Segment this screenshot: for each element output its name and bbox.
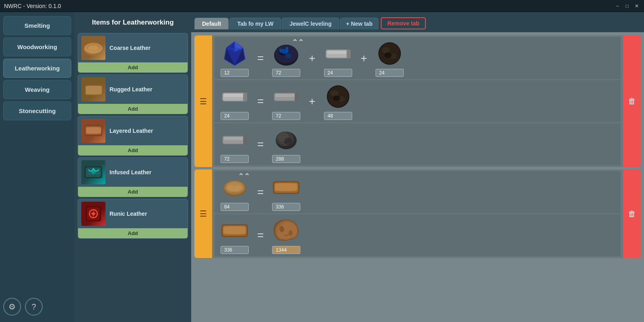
recipe-delete-2[interactable]: 🗑: [623, 169, 641, 258]
item-entry-rugged: Rugged Leather Add: [78, 74, 188, 114]
window-controls: − □ ✕: [614, 3, 640, 9]
app-container: Smelting Woodworking Leatherworking Weav…: [0, 12, 644, 322]
qty-rugged-input: 336: [272, 203, 300, 211]
add-layered-button[interactable]: Add: [78, 145, 188, 155]
recipe-line-1-1: 12 =: [215, 37, 621, 79]
item-entry-infused: Infused Leather Add: [78, 157, 188, 197]
add-runic-button[interactable]: Add: [78, 228, 188, 238]
qty-rock: 288: [272, 155, 300, 163]
qty-bar2-result: 72: [221, 155, 249, 163]
rugged-input-img: [270, 173, 302, 202]
equals-op-1: =: [256, 52, 265, 65]
add-rugged-button[interactable]: Add: [78, 104, 188, 114]
tab-remove[interactable]: Remove tab: [381, 17, 425, 29]
drag-icon-2: ☰: [200, 209, 207, 219]
ore-img: ⌃⌃: [270, 39, 302, 68]
items-panel: Items for Leatherworking Coarse Leather …: [74, 12, 191, 322]
up-arrow-icon: ⌃⌃: [292, 38, 304, 47]
recipe-input-rugged: 336: [270, 173, 302, 211]
item-entry-runic: Runic Leather Add: [78, 199, 188, 239]
recipe-input-ore: ⌃⌃ 72: [270, 39, 302, 77]
svg-point-36: [384, 52, 392, 58]
sidebar-item-smelting[interactable]: Smelting: [3, 16, 71, 35]
sidebar-item-weaving[interactable]: Weaving: [3, 80, 71, 99]
recipe-result-coarse: ⌃⌃ 84: [219, 173, 251, 211]
bar2-img: [270, 83, 302, 111]
tab-new[interactable]: + New tab: [340, 18, 379, 29]
equals-op-3: =: [256, 138, 265, 151]
bar2-result-img: [219, 126, 251, 154]
recipe-row-1: ☰: [194, 35, 641, 167]
svg-rect-40: [224, 94, 245, 97]
close-button[interactable]: ✕: [634, 3, 640, 9]
main-content: Default Tab fo my LW JewelC leveling + N…: [191, 12, 644, 322]
help-button[interactable]: ?: [25, 298, 43, 316]
qty-coarse: 84: [221, 203, 249, 211]
add-coarse-button[interactable]: Add: [78, 62, 188, 72]
recipe-input-hide: 1344: [270, 217, 302, 254]
sidebar-bottom: ⚙ ?: [3, 295, 71, 318]
item-name-layered: Layered Leather: [109, 128, 153, 134]
tab-my-lw[interactable]: Tab fo my LW: [229, 18, 281, 29]
trash-icon-1: 🗑: [628, 97, 636, 106]
recipe-handle-1[interactable]: ☰: [194, 35, 212, 167]
tab-default[interactable]: Default: [194, 18, 229, 29]
svg-rect-53: [224, 137, 245, 140]
qty-bar-result: 24: [221, 112, 249, 120]
item-entry-layered: Layered Leather Add: [78, 116, 188, 156]
sidebar-item-leatherworking[interactable]: Leatherworking: [3, 59, 71, 78]
recipe-content-2: ⌃⌃ 84 =: [212, 169, 623, 258]
qty-bar2: 72: [272, 112, 300, 120]
svg-rect-31: [347, 50, 351, 58]
recipes-area: ☰: [191, 32, 644, 322]
recipe-line-1-3: 72 =: [215, 123, 621, 165]
recipe-input-coal: 24: [374, 39, 406, 77]
infused-leather-svg: [83, 161, 105, 184]
settings-button[interactable]: ⚙: [3, 298, 21, 316]
recipe-delete-1[interactable]: 🗑: [623, 35, 641, 167]
crystal-img: [219, 39, 251, 68]
recipe-handle-2[interactable]: ☰: [194, 169, 212, 258]
svg-rect-27: [286, 47, 288, 53]
add-infused-button[interactable]: Add: [78, 187, 188, 197]
sidebar-item-woodworking[interactable]: Woodworking: [3, 37, 71, 56]
runic-leather-svg: [83, 203, 105, 225]
drag-icon: ☰: [200, 97, 207, 106]
item-entry-coarse: Coarse Leather Add: [78, 33, 188, 73]
recipe-result-bar2: 72: [219, 126, 251, 163]
minimize-button[interactable]: −: [614, 3, 621, 9]
item-icon-coarse: [81, 36, 105, 60]
svg-rect-41: [243, 93, 247, 101]
titlebar: NWRC - Version: 0.1.0 − □ ✕: [0, 0, 644, 12]
rock-img: [270, 126, 302, 154]
recipe-result-bar: 24: [219, 83, 251, 120]
svg-point-14: [92, 212, 95, 215]
item-name-runic: Runic Leather: [109, 211, 147, 217]
recipe-line-1-2: 24 = 72: [215, 80, 621, 122]
bar-light-img: [322, 39, 354, 68]
recipe-row-2: ☰ ⌃⌃: [194, 169, 641, 258]
tab-jewelc[interactable]: JewelC leveling: [282, 18, 339, 29]
svg-point-26: [285, 54, 292, 58]
recipe-content-1: 12 =: [212, 35, 623, 167]
trash-icon-2: 🗑: [628, 209, 636, 219]
help-icon: ?: [31, 302, 36, 312]
rugged-leather-svg: [83, 78, 105, 101]
svg-rect-54: [243, 136, 247, 144]
item-name-rugged: Rugged Leather: [109, 86, 153, 93]
item-icon-runic: [81, 202, 105, 226]
item-name-infused: Infused Leather: [109, 169, 151, 175]
gear-icon: ⚙: [8, 302, 16, 312]
hide-img: [270, 217, 302, 245]
recipe-input-bar-light: 24: [322, 39, 354, 77]
layered-leather-svg: [83, 120, 105, 142]
maximize-button[interactable]: □: [624, 3, 630, 9]
app-title: NWRC - Version: 0.1.0: [4, 3, 61, 9]
coarse-result-img: ⌃⌃: [219, 173, 251, 202]
qty-crystal: 12: [221, 69, 249, 77]
svg-point-10: [91, 170, 95, 174]
item-icon-layered: [81, 119, 105, 143]
item-icon-rugged: [81, 77, 105, 101]
sidebar-item-stonecutting[interactable]: Stonecutting: [3, 101, 71, 120]
plus-op-3: +: [307, 95, 317, 108]
